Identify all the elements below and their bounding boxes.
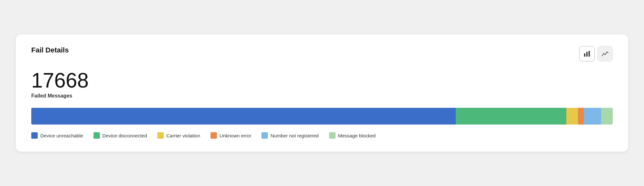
bar-chart-icon [583, 50, 590, 57]
legend-color-device-disconnected [93, 132, 100, 139]
line-chart-icon [601, 50, 609, 57]
legend-item-unknown-error: Unknown error [210, 132, 251, 139]
bar-segment-number-not-registered [584, 108, 601, 125]
card-header: Fail Details [31, 46, 613, 61]
bar-segment-device-unreachable [31, 108, 456, 125]
legend-color-device-unreachable [31, 132, 38, 139]
stacked-bar-chart [31, 108, 613, 125]
svg-rect-0 [584, 53, 585, 57]
metric-section: 17668 Failed Messages [31, 69, 613, 99]
legend-color-carrier-violation [157, 132, 164, 139]
chart-legend: Device unreachableDevice disconnectedCar… [31, 132, 613, 139]
bar-chart-button[interactable] [579, 46, 595, 61]
bar-segment-device-disconnected [456, 108, 566, 125]
legend-label-unknown-error: Unknown error [220, 133, 251, 138]
fail-details-card: Fail Details 17668 Failed Messages Devic… [16, 34, 628, 152]
legend-item-number-not-registered: Number not registered [261, 132, 318, 139]
legend-item-device-unreachable: Device unreachable [31, 132, 83, 139]
chart-toolbar [579, 46, 613, 61]
legend-color-number-not-registered [261, 132, 268, 139]
svg-rect-2 [589, 51, 590, 57]
legend-label-number-not-registered: Number not registered [270, 133, 318, 138]
line-chart-button[interactable] [597, 46, 613, 61]
bar-segment-message-blocked [601, 108, 613, 125]
legend-color-message-blocked [329, 132, 336, 139]
bar-segment-carrier-violation [566, 108, 578, 125]
legend-color-unknown-error [210, 132, 217, 139]
legend-label-message-blocked: Message blocked [338, 133, 376, 138]
legend-label-device-unreachable: Device unreachable [40, 133, 83, 138]
svg-rect-1 [586, 52, 588, 57]
failed-messages-count: 17668 [31, 69, 613, 92]
legend-item-device-disconnected: Device disconnected [93, 132, 147, 139]
legend-item-carrier-violation: Carrier violation [157, 132, 200, 139]
bar-segment-unknown-error [578, 108, 584, 125]
legend-label-carrier-violation: Carrier violation [166, 133, 200, 138]
card-title: Fail Details [31, 46, 69, 54]
legend-label-device-disconnected: Device disconnected [102, 133, 147, 138]
legend-item-message-blocked: Message blocked [329, 132, 376, 139]
failed-messages-label: Failed Messages [31, 93, 613, 99]
